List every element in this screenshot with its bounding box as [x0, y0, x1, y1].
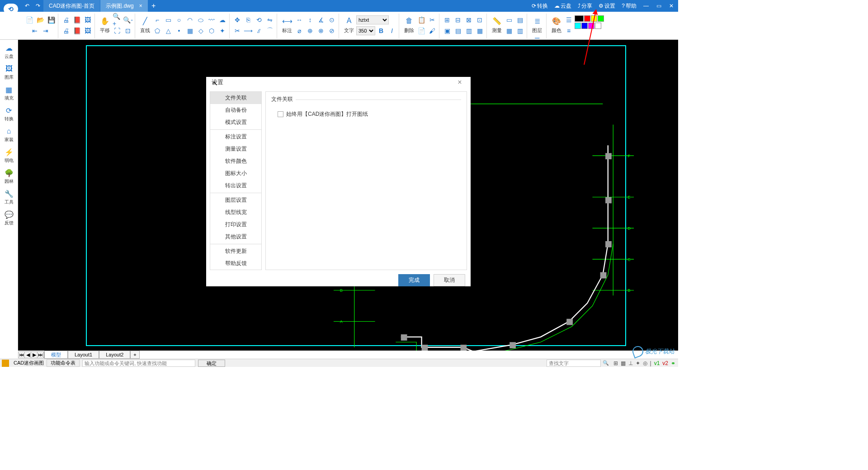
- dim8-icon[interactable]: ⊘: [327, 26, 337, 36]
- spline-icon[interactable]: 〰: [207, 15, 217, 25]
- italic-button[interactable]: I: [387, 26, 397, 36]
- cmd-table-button[interactable]: 功能命令表: [47, 359, 80, 367]
- image2-icon[interactable]: 🖼: [83, 26, 93, 36]
- tab-home[interactable]: CAD迷你画图-首页: [43, 0, 100, 12]
- new-file-icon[interactable]: 📄: [24, 15, 34, 25]
- m2-icon[interactable]: ▤: [515, 15, 525, 25]
- color-green[interactable]: [598, 15, 604, 22]
- help-button[interactable]: ?帮助: [620, 2, 638, 10]
- m3-icon[interactable]: ▦: [504, 26, 514, 36]
- m4-icon[interactable]: ▥: [515, 26, 525, 36]
- shape6-icon[interactable]: ⬡: [207, 26, 217, 36]
- paste-icon[interactable]: 📄: [416, 26, 426, 36]
- t4-icon[interactable]: ⊡: [475, 15, 485, 25]
- close-window-button[interactable]: ✕: [666, 1, 676, 11]
- zoom-extents-icon[interactable]: ⊡: [123, 26, 133, 36]
- tab-document[interactable]: 示例图.dwg×: [100, 0, 147, 12]
- polar-icon[interactable]: ✦: [636, 360, 640, 366]
- dim3-icon[interactable]: ∡: [316, 15, 326, 25]
- shape5-icon[interactable]: ◇: [196, 26, 206, 36]
- snap-icon[interactable]: ⊞: [613, 360, 618, 366]
- pdf-icon[interactable]: 📕: [72, 15, 82, 25]
- tab-layout2[interactable]: Layout2: [99, 351, 130, 359]
- ds-auto-backup[interactable]: 自动备份: [210, 104, 261, 116]
- t8-icon[interactable]: ▦: [475, 26, 485, 36]
- copy-icon[interactable]: ⎘: [243, 15, 253, 25]
- t1-icon[interactable]: ⊞: [442, 15, 452, 25]
- tab-model[interactable]: 模型: [44, 351, 68, 359]
- minimize-button[interactable]: —: [641, 1, 651, 11]
- polyline-icon[interactable]: ⌐: [152, 15, 162, 25]
- zoom-in-icon[interactable]: 🔍+: [112, 15, 122, 25]
- save-file-icon[interactable]: 💾: [46, 15, 56, 25]
- always-open-checkbox[interactable]: [278, 111, 283, 117]
- search-text-input[interactable]: [547, 360, 601, 367]
- shape7-icon[interactable]: ✦: [217, 26, 227, 36]
- ds-line-weight[interactable]: 线型线宽: [210, 206, 261, 218]
- sidebar-library[interactable]: 🖼图库: [0, 62, 18, 82]
- t6-icon[interactable]: ▤: [453, 26, 463, 36]
- ds-software-update[interactable]: 软件更新: [210, 245, 261, 257]
- trim-icon[interactable]: ✂: [232, 26, 242, 36]
- ds-anno-settings[interactable]: 标注设置: [210, 131, 261, 143]
- link-icon[interactable]: ⚭: [671, 360, 675, 366]
- color-tool[interactable]: 🎨 颜色: [549, 14, 564, 36]
- t2-icon[interactable]: ⊟: [453, 15, 463, 25]
- move-icon[interactable]: ✥: [232, 15, 242, 25]
- dialog-cancel-button[interactable]: 取消: [434, 274, 465, 286]
- offset-icon[interactable]: ⫽: [254, 26, 264, 36]
- color-red[interactable]: [584, 15, 590, 22]
- cloud-button[interactable]: ☁云盘: [552, 2, 573, 10]
- dim6-icon[interactable]: ⊕: [305, 26, 315, 36]
- annotate-tool[interactable]: ⟷ 标注: [280, 14, 294, 36]
- pdf2-icon[interactable]: 📕: [72, 26, 82, 36]
- undo-button[interactable]: ↶: [22, 0, 33, 11]
- sidebar-fill[interactable]: ▦填充: [0, 83, 18, 103]
- tab-last-icon[interactable]: ⏭: [38, 352, 44, 358]
- osnap-icon[interactable]: ◎: [643, 360, 647, 366]
- v2-icon[interactable]: v2: [662, 360, 668, 366]
- polygon-icon[interactable]: ⬠: [152, 26, 162, 36]
- ds-mode-settings[interactable]: 模式设置: [210, 116, 261, 128]
- point-icon[interactable]: •: [174, 26, 184, 36]
- m1-icon[interactable]: ▭: [504, 15, 514, 25]
- measure-tool[interactable]: 📏 测量: [490, 14, 504, 36]
- mirror-icon[interactable]: ⇋: [265, 15, 275, 25]
- t3-icon[interactable]: ⊠: [464, 15, 474, 25]
- font-select[interactable]: hztxt: [356, 15, 389, 24]
- tab-prev-icon[interactable]: ◀: [25, 352, 31, 358]
- ds-export-settings[interactable]: 转出设置: [210, 180, 261, 192]
- t7-icon[interactable]: ▥: [464, 26, 474, 36]
- rotate-icon[interactable]: ⟲: [254, 15, 264, 25]
- ds-icon-size[interactable]: 图标大小: [210, 167, 261, 180]
- color-yellow[interactable]: [591, 15, 597, 22]
- sidebar-cloud[interactable]: ☁云盘: [0, 42, 18, 62]
- fillet-icon[interactable]: ⌒: [265, 26, 275, 36]
- grid-icon[interactable]: ▦: [621, 360, 626, 366]
- ds-measure-settings[interactable]: 测量设置: [210, 143, 261, 155]
- dim7-icon[interactable]: ⊗: [316, 26, 326, 36]
- t5-icon[interactable]: ▣: [442, 26, 452, 36]
- share-button[interactable]: ⤴分享: [576, 2, 594, 10]
- layer-tool[interactable]: ≣ 图层: [530, 14, 544, 35]
- cloud-icon[interactable]: ☁: [217, 15, 227, 25]
- image-export-icon[interactable]: 🖼: [83, 15, 93, 25]
- settings-button[interactable]: ⚙设置: [597, 2, 617, 10]
- font-size-select[interactable]: 350: [356, 26, 375, 35]
- pan-tool[interactable]: ✋ 平移: [98, 14, 112, 36]
- dialog-close-button[interactable]: ×: [454, 77, 465, 88]
- tab-layout1[interactable]: Layout1: [68, 351, 99, 359]
- zoom-window-icon[interactable]: ⛶: [112, 26, 122, 36]
- lineweight-icon[interactable]: ≡: [564, 26, 574, 36]
- bold-button[interactable]: B: [376, 26, 386, 36]
- sidebar-garden[interactable]: 🌳园林: [0, 166, 18, 186]
- convert-button[interactable]: ⟳转换: [530, 2, 550, 10]
- ds-print-settings[interactable]: 打印设置: [210, 218, 261, 231]
- export-icon[interactable]: ⇥: [41, 26, 51, 36]
- tab-first-icon[interactable]: ⏮: [19, 352, 25, 358]
- new-tab-button[interactable]: +: [148, 0, 160, 12]
- tab-close-icon[interactable]: ×: [139, 3, 142, 9]
- v1-icon[interactable]: v1: [654, 360, 660, 366]
- format-icon[interactable]: 🖌: [427, 26, 437, 36]
- ds-file-assoc[interactable]: 文件关联: [210, 92, 261, 104]
